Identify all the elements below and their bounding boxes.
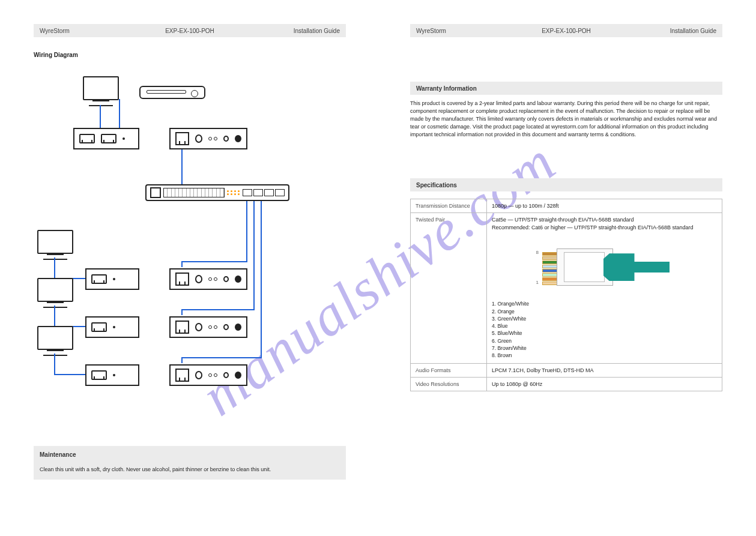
spec-label: Audio Formats <box>411 363 487 377</box>
jack-icon <box>195 134 202 143</box>
tx-back <box>169 128 247 149</box>
specifications-table: Transmission Distance 1080p — up to 100m… <box>410 199 722 391</box>
spec-value: 1080p — up to 100m / 328ft <box>487 199 722 213</box>
right-page: WyreStorm EXP-EX-100-POH Installation Gu… <box>410 24 722 512</box>
rx1-back <box>169 268 247 290</box>
table-row: Audio Formats LPCM 7.1CH, Dolby TrueHD, … <box>411 363 722 377</box>
wiring-diagram <box>61 100 289 436</box>
led-dot-icon <box>122 137 125 140</box>
hdmi-port-icon <box>91 274 107 284</box>
list-item: 1. Orange/White <box>492 300 717 307</box>
cable <box>54 257 55 278</box>
list-item: 2. Orange <box>492 308 717 315</box>
header-product: EXP-EX-100-POH <box>542 28 591 34</box>
right-header: WyreStorm EXP-EX-100-POH Installation Gu… <box>410 24 722 37</box>
table-row: Twisted Pair Cat5e — UTP/STP straight-th… <box>411 213 722 364</box>
cable <box>181 309 255 310</box>
list-item: 7. Brown/White <box>492 345 717 352</box>
table-row: Video Resolutions Up to 1080p @ 60Hz <box>411 377 722 391</box>
table-row: Transmission Distance 1080p — up to 100m… <box>411 199 722 213</box>
cable <box>181 261 247 262</box>
cable <box>181 357 183 363</box>
pinout-list: 1. Orange/White 2. Orange 3. Green/White… <box>492 300 717 360</box>
header-brand: WyreStorm <box>40 28 70 34</box>
display-2 <box>37 278 73 308</box>
list-item: 3. Green/White <box>492 315 717 322</box>
hdmi-port-icon <box>79 134 95 143</box>
rj45-port-icon <box>175 132 189 145</box>
rx2-back <box>169 316 247 338</box>
cable <box>119 99 120 128</box>
cable <box>181 149 183 185</box>
cable <box>54 354 55 374</box>
cable <box>181 309 183 315</box>
jack-icon <box>223 136 229 142</box>
left-page: WyreStorm EXP-EX-100-POH Installation Gu… <box>34 24 346 512</box>
list-item: 8. Brown <box>492 352 717 359</box>
rx3-front <box>85 364 139 386</box>
display-1 <box>37 230 73 260</box>
rj45-connector-illustration: 8 1 <box>533 236 677 297</box>
spec-label: Transmission Distance <box>411 199 487 213</box>
rj45-cable-icon <box>634 262 670 273</box>
hdmi-port-icon <box>101 134 116 143</box>
list-item: 5. Blue/White <box>492 330 717 337</box>
cable <box>181 357 262 358</box>
dc-jack-icon <box>235 135 241 142</box>
network-switch <box>145 184 289 201</box>
display-top <box>83 76 119 106</box>
maintenance-section: Maintenance <box>34 446 346 463</box>
pin-number-bottom: 1 <box>536 280 539 285</box>
maintenance-body: Clean this unit with a soft, dry cloth. … <box>34 462 346 480</box>
left-header: WyreStorm EXP-EX-100-POH Installation Gu… <box>34 24 346 37</box>
cable <box>181 261 183 267</box>
warranty-body: This product is covered by a 2-year limi… <box>410 100 722 139</box>
twisted-pair-value: Cat5e — UTP/STP straight-through EIA/TIA… <box>492 217 717 223</box>
tx-front <box>73 128 139 149</box>
cable <box>253 201 255 309</box>
wiring-diagram-title: Wiring Diagram <box>34 52 346 58</box>
rx1-front <box>85 268 139 290</box>
cable <box>54 374 85 375</box>
display-3 <box>37 326 73 356</box>
hdmi-source <box>139 86 205 99</box>
rj45-boot-icon <box>603 253 635 281</box>
spec-value: Up to 1080p @ 60Hz <box>487 377 722 391</box>
cable <box>246 201 247 261</box>
twisted-pair-note: Recommended: Cat6 or higher — UTP/STP st… <box>492 224 717 230</box>
pin-number-top: 8 <box>536 250 539 255</box>
cable <box>261 201 262 357</box>
header-doc: Installation Guide <box>670 28 716 34</box>
spec-value: LPCM 7.1CH, Dolby TrueHD, DTS-HD MA <box>487 363 722 377</box>
spec-label: Twisted Pair <box>411 213 487 364</box>
header-product: EXP-EX-100-POH <box>165 28 214 34</box>
spec-label: Video Resolutions <box>411 377 487 391</box>
maintenance-title: Maintenance <box>40 451 76 458</box>
cable <box>100 105 101 128</box>
header-brand: WyreStorm <box>416 28 446 34</box>
specifications-title-bar: Specifications <box>410 178 722 191</box>
rx2-front <box>85 316 139 338</box>
warranty-title-bar: Warranty Information <box>410 82 722 95</box>
list-item: 6. Green <box>492 337 717 345</box>
rx3-back <box>169 364 247 386</box>
header-doc: Installation Guide <box>294 28 340 34</box>
warranty-title: Warranty Information <box>416 85 477 92</box>
list-item: 4. Blue <box>492 322 717 330</box>
spec-value: Cat5e — UTP/STP straight-through EIA/TIA… <box>487 213 722 364</box>
cable <box>54 306 55 326</box>
specifications-title: Specifications <box>416 182 457 188</box>
